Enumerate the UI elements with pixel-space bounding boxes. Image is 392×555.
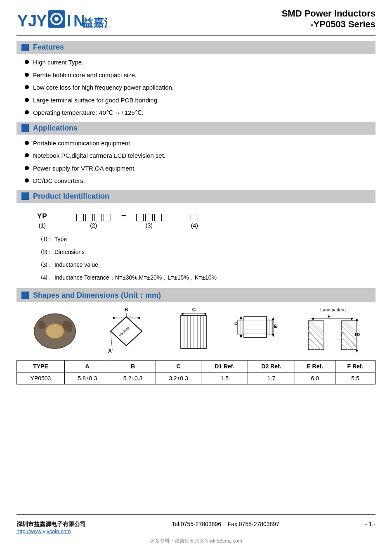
feature-text-4: Large terminal surface for good PCB bond…: [33, 96, 159, 105]
svg-line-68: [306, 329, 329, 352]
svg-line-70: [306, 342, 316, 352]
svg-marker-25: [182, 313, 184, 315]
feature-text-3: Low core loss for high frequency power a…: [33, 83, 174, 92]
table-row: YP0503 5.8±0.3 5.2±0.3 3.2±0.3 1.5 1.7 6…: [17, 372, 375, 384]
pid-box: [104, 214, 111, 221]
svg-text:益嘉源: 益嘉源: [83, 17, 107, 29]
pid-box: [145, 214, 153, 221]
applications-header: Applications: [17, 122, 375, 135]
pid-yp-label: YP: [37, 212, 47, 221]
cell-b: 5.2±0.3: [110, 372, 156, 384]
app-text-2: Notebook PC,digital carmera,LCD televisi…: [33, 151, 165, 161]
svg-text:Land pattern: Land pattern: [320, 307, 346, 312]
header: Y J Y I N 益嘉源 SMD Power Inductors -YP050…: [17, 8, 375, 31]
table-header-b: B: [110, 360, 156, 372]
svg-text:A: A: [108, 348, 112, 354]
bullet-dot: [25, 153, 29, 157]
inductor-photo-svg: 6R8: [32, 311, 78, 352]
pid-box: [76, 214, 84, 221]
pid-part-1: YP (1): [37, 212, 47, 229]
svg-text:F: F: [328, 314, 331, 319]
svg-marker-22: [137, 317, 140, 319]
svg-marker-26: [203, 313, 206, 315]
bullet-dot: [25, 166, 29, 170]
product-title-line2: -YP0503 Series: [282, 19, 375, 30]
applications-title: Applications: [33, 124, 78, 133]
inductor-photo-container: 6R8: [32, 311, 78, 352]
table-header-a: A: [64, 360, 110, 372]
land-pattern-view: Land pattern F: [306, 306, 360, 356]
footer-fax-label: Fax:: [228, 521, 239, 527]
features-title: Features: [33, 43, 64, 52]
app-text-3: Power supply for VTR,OA equipment.: [33, 164, 136, 173]
cell-e: 6.0: [295, 372, 335, 384]
product-id-header: Product Identification: [17, 190, 375, 203]
shapes-section: Shapes and Dimensions (Unit：mm) 6R8: [17, 288, 375, 384]
svg-rect-48: [267, 320, 273, 334]
features-section: Features High current Type. Ferrite bobb…: [17, 41, 375, 122]
pid-label-1: (1): [39, 222, 46, 229]
pid-diagram: YP (1) (2) −: [37, 211, 355, 229]
watermark: 更多资料下载请到五八文库wk.58sms.com: [17, 538, 375, 547]
pid-label-4: (4): [191, 222, 198, 229]
pid-label-2: (2): [90, 222, 97, 229]
table-header-d2: D2 Ref.: [248, 360, 295, 372]
shapes-header: Shapes and Dimensions (Unit：mm): [17, 288, 375, 302]
cell-a: 5.8±0.3: [64, 372, 110, 384]
feature-text-2: Ferrite bobbin core and compact size.: [33, 71, 137, 80]
svg-marker-84: [356, 350, 358, 353]
list-item: Notebook PC,digital carmera,LCD televisi…: [25, 151, 375, 161]
bullet-dot: [25, 110, 29, 114]
list-item: Portable communication equipment.: [25, 139, 375, 148]
footer-tel-label: Tel:: [172, 521, 181, 527]
features-list: High current Type. Ferrite bobbin core a…: [17, 58, 375, 118]
svg-marker-54: [272, 317, 274, 320]
applications-list: Portable communication equipment. Notebo…: [17, 139, 375, 186]
app-text-4: DC/DC converters.: [33, 176, 85, 186]
cell-f: 5.5: [335, 372, 375, 384]
list-item: High current Type.: [25, 58, 375, 67]
list-item: Power supply for VTR,OA equipment.: [25, 164, 375, 173]
cell-d2: 1.7: [248, 372, 295, 384]
table-header-d1: D1 Ref.: [201, 360, 248, 372]
product-id-icon: [21, 192, 29, 200]
svg-text:Y: Y: [36, 12, 47, 30]
svg-text:J: J: [28, 12, 37, 30]
bullet-dot: [25, 60, 29, 64]
footer-fax: 0755-27803897: [239, 521, 279, 527]
shapes-icon: [21, 292, 29, 299]
bullet-dot: [25, 98, 29, 102]
list-item: Ferrite bobbin core and compact size.: [25, 71, 375, 80]
table-header-row: TYPE A B C D1 Ref. D2 Ref. E Ref. F Ref.: [17, 360, 375, 372]
bullet-dot: [25, 85, 29, 89]
footer: 深圳市益嘉源电子有限公司 http://www.yjycoin.com Tel:…: [17, 514, 375, 534]
svg-marker-59: [311, 318, 314, 320]
logo-svg: Y J Y I N 益嘉源: [17, 8, 107, 31]
pid-legend-3: ⑶： Inductance value: [41, 261, 359, 269]
footer-page: - 1 -: [365, 521, 375, 527]
table-header-e: E Ref.: [295, 360, 335, 372]
features-header: Features: [17, 41, 375, 54]
list-item: Low core loss for high frequency power a…: [25, 83, 375, 92]
pid-legend-1: ⑴： Type: [41, 235, 359, 244]
svg-marker-38: [240, 335, 242, 338]
footer-url[interactable]: http://www.yjycoin.com: [17, 528, 86, 534]
shapes-title: Shapes and Dimensions (Unit：mm): [33, 290, 161, 300]
list-item: DC/DC converters.: [25, 176, 375, 186]
cross-section-view: C: [177, 306, 210, 356]
footer-left: 深圳市益嘉源电子有限公司 http://www.yjycoin.com: [17, 521, 86, 534]
svg-text:E: E: [274, 324, 277, 329]
table-header-type: TYPE: [17, 360, 65, 372]
pid-legend-2: ⑵： Dimensions: [41, 248, 359, 256]
svg-marker-37: [240, 316, 242, 319]
land-pattern-svg: Land pattern F: [306, 306, 360, 356]
svg-line-73: [335, 323, 360, 354]
features-icon: [21, 44, 29, 51]
pid-part-2: (2): [76, 214, 111, 229]
pad-view: D1: [234, 306, 283, 356]
pid-label-3: (3): [146, 222, 153, 229]
product-title-line1: SMD Power Inductors: [282, 8, 375, 19]
product-id-section: Product Identification YP (1) (2): [17, 190, 375, 286]
svg-rect-44: [238, 320, 244, 334]
list-item: Operating temperature:-40℃ ～+125℃.: [25, 108, 375, 118]
